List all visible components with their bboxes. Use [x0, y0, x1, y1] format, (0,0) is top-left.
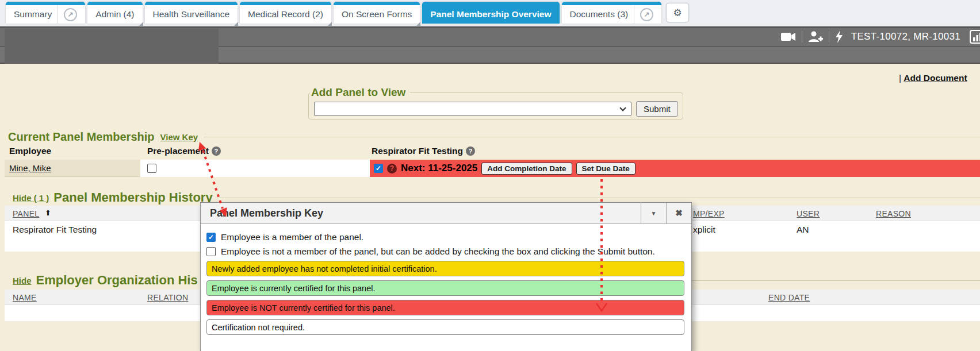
tab-divider [58, 5, 58, 24]
key-row-red: Employee is NOT currently certified for … [206, 300, 684, 315]
tab-documents[interactable]: Documents (3) ↗ [562, 2, 662, 24]
key-item-label: Employee is a member of the panel. [221, 232, 363, 242]
column-header-respirator: Respirator Fit Testing ? [372, 146, 475, 156]
close-icon: ✖ [675, 208, 683, 218]
key-item-label: Certification not required. [212, 323, 305, 332]
key-row-white: Certification not required. [206, 319, 684, 335]
dialog-body: ✓ Employee is a member of the panel. Emp… [201, 224, 691, 335]
tab-admin[interactable]: Admin (4) [87, 2, 142, 24]
add-document: | Add Document [899, 73, 967, 83]
non-member-checkbox-example [206, 247, 216, 256]
tab-health-surveillance[interactable]: Health Surveillance [145, 2, 238, 24]
video-camera-icon[interactable] [781, 32, 796, 42]
dropdown-fold-icon [139, 22, 143, 26]
history-comp-exp-cell: xplicit [693, 225, 715, 235]
key-item-label: Employee is NOT currently certified for … [212, 303, 395, 313]
gear-icon: ⚙ [673, 7, 682, 19]
dialog-close-button[interactable]: ✖ [666, 203, 691, 223]
add-person-icon[interactable] [808, 31, 823, 43]
column-header-employee: Employee [9, 146, 51, 156]
fieldset-rule [219, 198, 980, 198]
key-row-green: Employee is currently certified for this… [206, 280, 684, 296]
tab-medical-record[interactable]: Medical Record (2) [240, 2, 331, 24]
header-toolbar: TEST-10072, MR-10031 [781, 30, 980, 44]
popout-icon[interactable]: ↗ [640, 8, 653, 21]
key-item-not-member: Employee is not a member of the panel, b… [206, 246, 686, 257]
chevron-down-icon [619, 105, 626, 111]
dialog-titlebar[interactable]: Panel Membership Key ▼ ✖ [201, 203, 691, 224]
table-row-preplacement-cell [140, 160, 370, 177]
next-due-status: Next: 11-25-2025 [401, 163, 477, 174]
toolbar-divider [802, 31, 802, 43]
history-user-cell: AN [797, 225, 809, 235]
submit-button[interactable]: Submit [636, 101, 678, 117]
view-key-link[interactable]: View Key [160, 132, 198, 142]
table-row-respirator-cell: ✓ ? Next: 11-25-2025 Add Completion Date… [370, 160, 980, 177]
hide-history-link[interactable]: Hide ( 1 ) [13, 193, 49, 203]
sort-ascending-icon[interactable]: ⬆ [45, 209, 51, 217]
sort-header-relation[interactable]: RELATION [147, 293, 188, 302]
help-icon[interactable]: ? [466, 146, 475, 156]
add-panel-legend: Add Panel to View [310, 86, 410, 99]
employee-link[interactable]: Mine, Mike [9, 163, 51, 173]
tab-label: Medical Record (2) [248, 9, 323, 20]
section-title: Panel Membership History [53, 190, 212, 205]
panel-select[interactable] [314, 102, 631, 116]
hide-employer-link[interactable]: Hide [13, 276, 32, 286]
sort-header-name[interactable]: NAME [13, 293, 37, 302]
sort-header-comp-exp[interactable]: MP/EXP [693, 209, 725, 218]
tab-label: On Screen Forms [342, 9, 412, 20]
section-title: Current Panel Membership [8, 130, 155, 144]
tab-label: Summary [14, 9, 52, 20]
tab-summary[interactable]: Summary ↗ [6, 2, 85, 24]
app-window: Summary ↗ Admin (4) Health Surveillance … [0, 0, 980, 351]
key-item-label: Employee is currently certified for this… [212, 284, 376, 293]
open-menu-panel [5, 29, 219, 64]
member-checkbox-example: ✓ [206, 233, 216, 242]
history-panel-cell: Respirator Fit Testing [13, 225, 97, 235]
popout-icon[interactable]: ↗ [64, 8, 77, 21]
respirator-member-checkbox[interactable]: ✓ [374, 164, 383, 173]
dropdown-fold-icon [328, 22, 332, 26]
tab-on-screen-forms[interactable]: On Screen Forms [334, 2, 420, 24]
section-title: Employer Organization His [36, 273, 198, 288]
current-panel-section-header: Current Panel Membership View Key [8, 130, 980, 144]
key-item-label: Employee is not a member of the panel, b… [221, 246, 655, 257]
tab-divider [634, 5, 634, 24]
help-icon[interactable]: ? [387, 164, 397, 173]
tab-label: Admin (4) [95, 9, 134, 20]
tab-label: Health Surveillance [153, 9, 230, 20]
add-completion-date-button[interactable]: Add Completion Date [481, 163, 572, 175]
bar-chart-icon[interactable] [970, 30, 980, 44]
fieldset-rule [204, 137, 980, 137]
tab-label: Panel Membership Overview [430, 9, 551, 20]
link-separator: | [899, 73, 901, 83]
sort-header-end-date[interactable]: END DATE [768, 293, 810, 302]
set-due-date-button[interactable]: Set Due Date [576, 163, 636, 175]
dropdown-fold-icon [416, 22, 420, 26]
dropdown-fold-icon [234, 22, 238, 26]
toolbar-divider [829, 31, 829, 43]
pre-placement-checkbox[interactable] [147, 164, 156, 173]
table-row-employee-cell: Mine, Mike [5, 160, 140, 177]
lightning-bolt-icon[interactable] [835, 30, 843, 43]
key-item-label: Newly added employee has not completed i… [212, 264, 437, 273]
sort-header-reason[interactable]: REASON [876, 209, 911, 218]
tab-bar: Summary ↗ Admin (4) Health Surveillance … [0, 0, 980, 26]
add-document-link[interactable]: Add Document [904, 73, 967, 83]
dialog-title: Panel Membership Key [201, 207, 641, 219]
key-row-yellow: Newly added employee has not completed i… [206, 261, 684, 276]
help-icon[interactable]: ? [212, 146, 221, 156]
sort-header-user[interactable]: USER [797, 209, 820, 218]
caret-down-icon: ▼ [651, 210, 657, 217]
tab-label: Documents (3) [570, 9, 629, 20]
panel-membership-key-dialog: Panel Membership Key ▼ ✖ ✓ Employee is a… [200, 202, 692, 351]
key-item-member: ✓ Employee is a member of the panel. [206, 232, 686, 242]
sort-header-panel[interactable]: PANEL [13, 209, 39, 218]
column-header-pre-placement: Pre-placement ? [147, 146, 221, 156]
dialog-collapse-button[interactable]: ▼ [641, 203, 666, 223]
tab-panel-membership-overview[interactable]: Panel Membership Overview [422, 2, 559, 24]
add-panel-fieldset: Add Panel to View Submit [308, 86, 683, 119]
settings-gear-button[interactable]: ⚙ [666, 3, 689, 22]
record-id: TEST-10072, MR-10031 [851, 31, 960, 43]
